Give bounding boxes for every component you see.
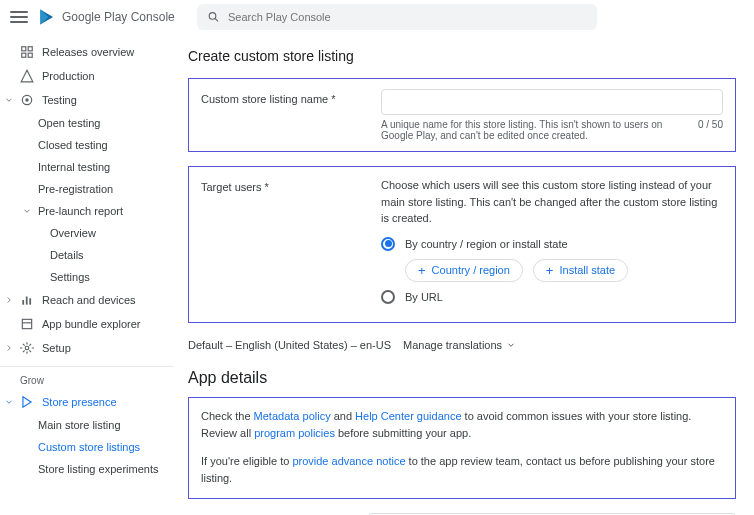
csl-name-hint: A unique name for this store listing. Th… xyxy=(381,119,688,141)
sidebar-item-details[interactable]: Details xyxy=(0,244,174,266)
default-lang-text: Default – English (United States) – en-U… xyxy=(188,339,391,351)
svg-line-1 xyxy=(215,19,218,22)
menu-icon[interactable] xyxy=(10,8,28,26)
bundle-icon xyxy=(20,317,34,331)
sidebar: Releases overview Production Testing Ope… xyxy=(0,34,174,515)
sidebar-label: Setup xyxy=(42,342,71,354)
radio-icon-unchecked xyxy=(381,290,395,304)
svg-rect-5 xyxy=(28,53,32,57)
country-region-chip[interactable]: +Country / region xyxy=(405,259,523,282)
radio-label: By country / region or install state xyxy=(405,238,568,250)
csl-name-counter: 0 / 50 xyxy=(698,119,723,141)
chevron-down-icon xyxy=(22,206,32,216)
sidebar-section-grow: Grow xyxy=(0,366,174,390)
target-users-label: Target users * xyxy=(201,177,361,312)
sidebar-item-main-store-listing[interactable]: Main store listing xyxy=(0,414,174,436)
svg-rect-11 xyxy=(22,319,31,328)
sidebar-label: App bundle explorer xyxy=(42,318,140,330)
svg-rect-3 xyxy=(28,47,32,51)
csl-name-label: Custom store listing name * xyxy=(201,89,361,141)
sidebar-label: Custom store listings xyxy=(38,441,140,453)
sidebar-item-closed-testing[interactable]: Closed testing xyxy=(0,134,174,156)
plus-icon: + xyxy=(418,264,426,277)
sidebar-item-reach-devices[interactable]: Reach and devices xyxy=(0,288,174,312)
sidebar-item-pre-launch-report[interactable]: Pre-launch report xyxy=(0,200,174,222)
help-center-link[interactable]: Help Center guidance xyxy=(355,410,461,422)
radio-label: By URL xyxy=(405,291,443,303)
sidebar-item-app-bundle[interactable]: App bundle explorer xyxy=(0,312,174,336)
sidebar-item-releases-overview[interactable]: Releases overview xyxy=(0,40,174,64)
svg-rect-10 xyxy=(29,298,31,304)
sidebar-label: Closed testing xyxy=(38,139,108,151)
sidebar-label: Settings xyxy=(50,271,90,283)
sidebar-label: Store presence xyxy=(42,396,117,408)
language-row: Default – English (United States) – en-U… xyxy=(188,339,736,351)
sidebar-label: Releases overview xyxy=(42,46,134,58)
sidebar-label: Overview xyxy=(50,227,96,239)
chevron-right-icon xyxy=(4,295,14,305)
install-state-chip[interactable]: +Install state xyxy=(533,259,628,282)
dashboard-icon xyxy=(20,45,34,59)
sidebar-item-store-listing-experiments[interactable]: Store listing experiments xyxy=(0,458,174,480)
sidebar-item-testing[interactable]: Testing xyxy=(0,88,174,112)
chevron-right-icon xyxy=(4,343,14,353)
sidebar-item-internal-testing[interactable]: Internal testing xyxy=(0,156,174,178)
radio-by-country[interactable]: By country / region or install state xyxy=(381,237,723,251)
svg-point-0 xyxy=(209,13,216,20)
sidebar-label: Main store listing xyxy=(38,419,121,431)
manage-translations-button[interactable]: Manage translations xyxy=(403,339,516,351)
sidebar-label: Details xyxy=(50,249,84,261)
sidebar-label: Pre-launch report xyxy=(38,205,123,217)
sidebar-label: Testing xyxy=(42,94,77,106)
chevron-down-icon xyxy=(4,397,14,407)
sidebar-item-pre-registration[interactable]: Pre-registration xyxy=(0,178,174,200)
chart-icon xyxy=(20,293,34,307)
sidebar-label: Internal testing xyxy=(38,161,110,173)
search-input[interactable] xyxy=(228,11,587,23)
chip-label: Install state xyxy=(559,264,615,276)
play-console-icon xyxy=(38,8,56,26)
production-icon xyxy=(20,69,34,83)
sidebar-label: Reach and devices xyxy=(42,294,136,306)
target-users-desc: Choose which users will see this custom … xyxy=(381,177,723,227)
radio-by-url[interactable]: By URL xyxy=(381,290,723,304)
svg-rect-8 xyxy=(22,300,24,305)
sidebar-label: Production xyxy=(42,70,95,82)
svg-rect-2 xyxy=(22,47,26,51)
sidebar-item-overview[interactable]: Overview xyxy=(0,222,174,244)
radio-icon-checked xyxy=(381,237,395,251)
svg-point-7 xyxy=(25,98,29,102)
sidebar-item-settings[interactable]: Settings xyxy=(0,266,174,288)
sidebar-item-open-testing[interactable]: Open testing xyxy=(0,112,174,134)
sidebar-item-store-presence[interactable]: Store presence xyxy=(0,390,174,414)
svg-rect-9 xyxy=(26,297,28,305)
policy-notice: Check the Metadata policy and Help Cente… xyxy=(188,397,736,499)
logo-text: Google Play Console xyxy=(62,10,175,24)
csl-name-input[interactable] xyxy=(381,89,723,115)
app-details-heading: App details xyxy=(188,369,736,387)
chevron-down-icon xyxy=(506,340,516,350)
svg-rect-4 xyxy=(22,53,26,57)
sidebar-item-custom-store-listings[interactable]: Custom store listings xyxy=(0,436,174,458)
metadata-policy-link[interactable]: Metadata policy xyxy=(254,410,331,422)
main-content: Create custom store listing Custom store… xyxy=(174,34,754,515)
chevron-down-icon xyxy=(4,95,14,105)
gear-icon xyxy=(20,341,34,355)
sidebar-item-setup[interactable]: Setup xyxy=(0,336,174,360)
custom-store-listing-name-box: Custom store listing name * A unique nam… xyxy=(188,78,736,152)
page-title: Create custom store listing xyxy=(188,48,736,64)
advance-notice-link[interactable]: provide advance notice xyxy=(292,455,405,467)
sidebar-label: Pre-registration xyxy=(38,183,113,195)
plus-icon: + xyxy=(546,264,554,277)
sidebar-label: Open testing xyxy=(38,117,100,129)
logo[interactable]: Google Play Console xyxy=(38,8,175,26)
search-icon xyxy=(207,10,220,24)
manage-translations-label: Manage translations xyxy=(403,339,502,351)
play-icon xyxy=(20,395,34,409)
sidebar-label: Store listing experiments xyxy=(38,463,158,475)
search-bar[interactable] xyxy=(197,4,597,30)
svg-point-13 xyxy=(25,346,29,350)
target-users-box: Target users * Choose which users will s… xyxy=(188,166,736,323)
program-policies-link[interactable]: program policies xyxy=(254,427,335,439)
sidebar-item-production[interactable]: Production xyxy=(0,64,174,88)
